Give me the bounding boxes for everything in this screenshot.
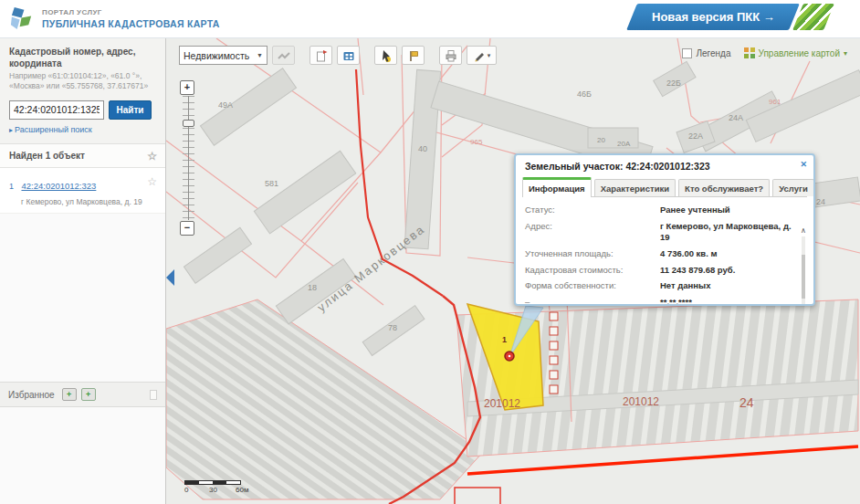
layers-grid-icon (744, 47, 755, 58)
svg-text:24: 24 (739, 395, 754, 410)
row-label: Форма собственности: (525, 280, 660, 291)
svg-text:20: 20 (597, 136, 605, 144)
measure-icon (278, 49, 290, 62)
favorites-layer-button[interactable] (309, 46, 332, 65)
flag-icon (407, 49, 420, 62)
select-arrow-tool-button[interactable] (374, 46, 397, 65)
scale-bar: 0 30 60м (184, 480, 254, 494)
advanced-search-label: Расширенный поиск (15, 125, 92, 134)
legend-label: Легенда (696, 48, 730, 58)
favorites-bar[interactable]: Избранное + + (0, 382, 165, 407)
svg-text:18: 18 (308, 283, 317, 292)
row-label: Адрес: (525, 221, 660, 243)
banner-stripes-decoration (792, 4, 834, 30)
info-row-area: Уточненная площадь: 4 736.00 кв. м (525, 248, 792, 259)
printer-icon (445, 49, 457, 62)
objects-layer-button[interactable] (337, 46, 360, 65)
advanced-search-link[interactable]: ▸Расширенный поиск (9, 125, 156, 134)
result-address: г Кемерово, ул Марковцева, д. 19 (21, 197, 156, 207)
flag-marker-tool-button[interactable] (402, 46, 425, 65)
svg-text:201012: 201012 (623, 395, 659, 408)
map-management-label: Управление картой (759, 48, 840, 58)
results-count-label: Найден 1 объект (9, 151, 85, 161)
svg-text:49А: 49А (218, 100, 233, 110)
favorites-label: Избранное (8, 390, 55, 400)
popup-scrollbar[interactable]: ∧ ∨ (799, 226, 808, 306)
new-version-banner[interactable]: Новая версия ПКК → (632, 4, 829, 30)
sidebar: Кадастровый номер, адрес, координата Нап… (0, 38, 166, 504)
result-cadastral-link[interactable]: 42:24:0201012:323 (21, 181, 96, 191)
caret-down-icon: ▾ (844, 49, 847, 58)
map-management-menu[interactable]: Управление картой ▾ (744, 47, 848, 58)
map-area[interactable]: 49А 581 18 78 40 46Б 22Б 24А 22А 20 20А … (166, 38, 860, 504)
category-select-value: Недвижимость (184, 50, 249, 61)
link-arrow-icon: ▸ (9, 126, 13, 134)
zoom-control: + − (180, 80, 196, 236)
map-toolbar: Недвижимость ▼ (179, 46, 497, 65)
search-title: Кадастровый номер, адрес, координата (9, 46, 156, 69)
print-button[interactable] (439, 46, 462, 65)
info-row-address: Адрес: г Кемерово, ул Марковцева, д. 19 (525, 221, 792, 243)
legend-toggle[interactable]: Легенда (682, 48, 730, 58)
star-icon[interactable]: ☆ (147, 144, 157, 168)
draw-tools-button[interactable]: ▾ (467, 46, 497, 65)
sidebar-collapse-handle[interactable] (166, 269, 174, 286)
popup-tabs: Информация Характеристики Кто обслуживае… (522, 177, 807, 197)
svg-text:1: 1 (502, 335, 507, 344)
scroll-thumb[interactable] (802, 255, 805, 299)
favorites-flag-icon (315, 49, 328, 62)
svg-text:22А: 22А (688, 131, 703, 141)
caret-down-icon: ▾ (488, 52, 491, 59)
scale-label-mid: 30 (209, 486, 217, 494)
svg-text:24: 24 (816, 197, 825, 206)
zoom-slider-track[interactable] (183, 96, 194, 220)
svg-text:46Б: 46Б (577, 89, 592, 99)
svg-text:40: 40 (418, 144, 427, 153)
plus-icon: + (67, 390, 71, 399)
app-title: ПУБЛИЧНАЯ КАДАСТРОВАЯ КАРТА (42, 18, 220, 29)
row-value: **.**.**** (660, 297, 792, 306)
close-icon[interactable]: ✕ (800, 160, 807, 169)
row-value: Нет данных (660, 280, 792, 291)
svg-text:201012: 201012 (484, 397, 520, 410)
zoom-slider-handle[interactable] (183, 120, 194, 127)
objects-grid-icon (342, 49, 355, 62)
row-label: – (525, 297, 660, 306)
favorites-add-icon[interactable]: + (62, 388, 77, 401)
new-version-label: Новая версия ПКК → (652, 10, 775, 24)
chevron-down-icon: ▼ (257, 52, 263, 58)
realestate-category-select[interactable]: Недвижимость ▼ (179, 46, 267, 65)
measure-tool-button[interactable] (272, 46, 295, 65)
pen-icon (473, 49, 486, 62)
tab-who-services[interactable]: Кто обслуживает? (678, 179, 770, 196)
results-header: Найден 1 объект ☆ (0, 144, 165, 168)
zoom-out-button[interactable]: − (180, 221, 194, 236)
scroll-up-icon[interactable]: ∧ (799, 226, 808, 235)
tab-services[interactable]: Услуги (772, 179, 814, 196)
svg-text:22Б: 22Б (666, 79, 681, 88)
star-icon[interactable]: ☆ (147, 175, 157, 188)
marker-center-dot (509, 355, 511, 358)
info-row-ownership: Форма собственности: Нет данных (525, 280, 792, 291)
app-header: ПОРТАЛ УСЛУГ ПУБЛИЧНАЯ КАДАСТРОВАЯ КАРТА… (0, 0, 860, 38)
find-button[interactable]: Найти (109, 100, 152, 120)
result-list-item[interactable]: 1 42:24:0201012:323 ☆ г Кемерово, ул Мар… (0, 168, 165, 214)
row-value: 4 736.00 кв. м (660, 248, 792, 259)
tab-information[interactable]: Информация (522, 177, 592, 197)
zoom-in-button[interactable]: + (180, 80, 194, 95)
popup-body: Статус: Ранее учтенный Адрес: г Кемерово… (516, 197, 813, 306)
pkk-logo-icon (9, 5, 36, 32)
search-hint: Например «61:0:10104:12», «61.0 °», «Мос… (9, 71, 156, 92)
legend-checkbox[interactable] (682, 48, 692, 58)
row-label: Кадастровая стоимость: (525, 265, 660, 276)
svg-text:961: 961 (769, 98, 781, 106)
search-input[interactable] (9, 100, 104, 120)
row-value: 11 243 879.68 руб. (660, 265, 792, 276)
tab-characteristics[interactable]: Характеристики (594, 179, 676, 196)
info-row-status: Статус: Ранее учтенный (525, 205, 792, 215)
favorites-layers-icon[interactable]: + (81, 388, 96, 401)
app-logo[interactable]: ПОРТАЛ УСЛУГ ПУБЛИЧНАЯ КАДАСТРОВАЯ КАРТА (9, 5, 220, 32)
scale-label-zero: 0 (184, 486, 188, 494)
search-section: Кадастровый номер, адрес, координата Нап… (0, 38, 165, 144)
favorites-expand-icon[interactable] (150, 390, 157, 400)
